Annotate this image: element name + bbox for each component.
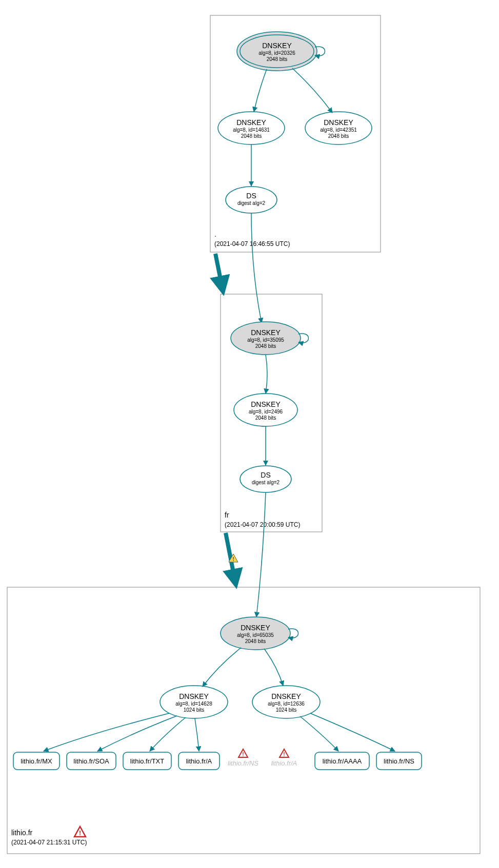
edge-lith-ksk-zsk2	[264, 649, 283, 686]
zone-lithio-label: lithio.fr	[11, 829, 33, 837]
svg-text:2048 bits: 2048 bits	[255, 343, 276, 349]
node-lithio-zsk1: DNSKEY alg=8, id=14628 1024 bits	[160, 686, 228, 718]
svg-text:2048 bits: 2048 bits	[241, 133, 262, 139]
svg-text:digest alg=2: digest alg=2	[237, 200, 266, 206]
svg-text:alg=8, id=12636: alg=8, id=12636	[268, 701, 305, 707]
svg-text:DNSKEY: DNSKEY	[179, 692, 209, 700]
node-root-zsk1: DNSKEY alg=8, id=14631 2048 bits	[218, 112, 285, 144]
svg-text:alg=8, id=42351: alg=8, id=42351	[320, 127, 357, 133]
svg-text:DNSKEY: DNSKEY	[271, 692, 301, 700]
svg-text:lithio.fr/NS: lithio.fr/NS	[228, 759, 258, 767]
svg-text:DNSKEY: DNSKEY	[324, 118, 353, 127]
svg-text:1024 bits: 1024 bits	[276, 707, 297, 713]
node-fr-ds: DS digest alg=2	[240, 466, 291, 492]
svg-text:lithio.fr/A: lithio.fr/A	[271, 759, 297, 767]
zone-root-label: .	[214, 230, 216, 238]
svg-text:2048 bits: 2048 bits	[255, 415, 276, 421]
svg-text:!: !	[242, 752, 244, 757]
svg-text:1024 bits: 1024 bits	[184, 707, 205, 713]
zone-lithio-timestamp: (2021-04-07 21:15:31 UTC)	[11, 839, 87, 846]
edge-root-ds-fr-ksk	[251, 213, 262, 323]
zone-fr-timestamp: (2021-04-07 20:00:59 UTC)	[225, 521, 300, 528]
svg-text:alg=8, id=14631: alg=8, id=14631	[233, 127, 270, 133]
rr-a: lithio.fr/A	[178, 752, 219, 770]
svg-text:alg=8, id=2496: alg=8, id=2496	[249, 409, 283, 415]
node-lithio-ksk: DNSKEY alg=8, id=65035 2048 bits	[221, 617, 298, 650]
edge-zsk1-txt	[150, 717, 186, 751]
node-root-zsk2: DNSKEY alg=8, id=42351 2048 bits	[305, 112, 372, 144]
svg-text:DS: DS	[261, 471, 270, 479]
edge-root-ksk-zsk2	[292, 68, 332, 113]
svg-text:DNSKEY: DNSKEY	[262, 42, 292, 50]
rr-soa: lithio.fr/SOA	[67, 752, 116, 770]
edge-fr-ds-lith-ksk	[256, 492, 266, 617]
svg-text:lithio.fr/SOA: lithio.fr/SOA	[73, 757, 109, 765]
edge-fr-ksk-zsk	[266, 355, 267, 394]
rr-aaaa: lithio.fr/AAAA	[315, 752, 369, 770]
edge-lith-ksk-zsk1	[203, 648, 241, 687]
svg-text:lithio.fr/A: lithio.fr/A	[186, 757, 212, 765]
svg-text:DS: DS	[246, 192, 256, 200]
svg-text:alg=8, id=65035: alg=8, id=65035	[237, 632, 274, 638]
svg-text:2048 bits: 2048 bits	[267, 56, 288, 62]
svg-text:DNSKEY: DNSKEY	[251, 400, 281, 408]
rr-txt: lithio.fr/TXT	[123, 752, 171, 770]
error-icon: !	[74, 826, 86, 837]
svg-text:DNSKEY: DNSKEY	[241, 624, 270, 632]
svg-text:DNSKEY: DNSKEY	[251, 328, 281, 337]
svg-text:DNSKEY: DNSKEY	[236, 118, 266, 127]
node-root-ds: DS digest alg=2	[226, 187, 277, 213]
edge-zsk2-ns	[310, 713, 395, 751]
svg-text:lithio.fr/NS: lithio.fr/NS	[384, 757, 414, 765]
edge-zsk1-mx	[44, 713, 169, 751]
rr-ns-error: ! lithio.fr/NS	[228, 749, 258, 767]
rr-a-error: ! lithio.fr/A	[271, 749, 297, 767]
svg-point-26	[240, 466, 291, 492]
svg-text:2048 bits: 2048 bits	[328, 133, 349, 139]
svg-text:alg=8, id=35095: alg=8, id=35095	[247, 337, 284, 343]
delegation-arrow-root-fr	[215, 254, 223, 292]
svg-text:lithio.fr/MX: lithio.fr/MX	[21, 757, 52, 765]
svg-text:!: !	[79, 830, 81, 837]
svg-point-15	[226, 187, 277, 213]
svg-text:alg=8, id=20326: alg=8, id=20326	[258, 50, 295, 56]
node-root-ksk: DNSKEY alg=8, id=20326 2048 bits	[237, 32, 325, 71]
svg-text:2048 bits: 2048 bits	[245, 638, 266, 644]
svg-text:lithio.fr/TXT: lithio.fr/TXT	[130, 757, 165, 765]
rr-ns: lithio.fr/NS	[376, 752, 422, 770]
node-fr-zsk: DNSKEY alg=8, id=2496 2048 bits	[234, 394, 297, 426]
svg-text:alg=8, id=14628: alg=8, id=14628	[175, 701, 212, 707]
svg-text:lithio.fr/AAAA: lithio.fr/AAAA	[323, 757, 362, 765]
node-fr-ksk: DNSKEY alg=8, id=35095 2048 bits	[231, 322, 309, 355]
svg-text:!: !	[283, 752, 285, 757]
node-lithio-zsk2: DNSKEY alg=8, id=12636 1024 bits	[252, 686, 320, 718]
svg-text:!: !	[232, 556, 234, 562]
svg-text:digest alg=2: digest alg=2	[252, 480, 280, 485]
zone-fr-label: fr	[225, 511, 229, 519]
edge-zsk1-soa	[97, 716, 177, 751]
rr-mx: lithio.fr/MX	[13, 752, 59, 770]
edge-zsk2-aaaa	[300, 716, 338, 751]
edge-zsk1-a	[195, 718, 199, 751]
edge-root-ksk-zsk1	[254, 69, 267, 112]
